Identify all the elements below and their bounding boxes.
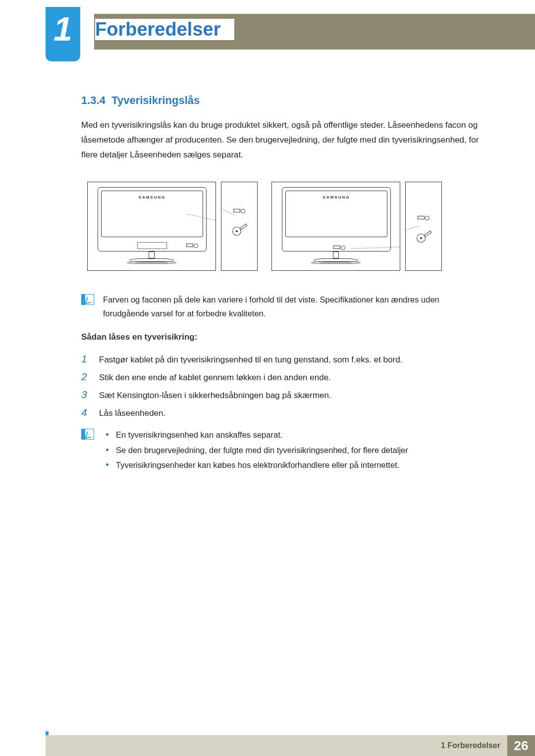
footer-accent bbox=[46, 731, 49, 735]
section-title: Tyverisikringslås bbox=[111, 94, 200, 106]
note-block-1: Farven og faconen på dele kan variere i … bbox=[81, 293, 485, 320]
step-item: 2Stik den ene ende af kablet gennem løkk… bbox=[81, 368, 485, 386]
step-number: 4 bbox=[81, 406, 91, 418]
step-item: 3Sæt Kensington-låsen i sikkerhedsåbning… bbox=[81, 386, 485, 403]
note-text-1: Farven og faconen på dele kan variere i … bbox=[103, 293, 485, 320]
note-block-2: En tyverisikringsenhed kan anskaffes sep… bbox=[81, 427, 485, 473]
step-number: 3 bbox=[81, 389, 91, 401]
chapter-title: Forberedelser bbox=[95, 19, 234, 40]
bullet-item: En tyverisikringsenhed kan anskaffes sep… bbox=[103, 427, 408, 443]
zoom-diagram-1 bbox=[221, 182, 258, 271]
figure-right: SAMSUNG bbox=[271, 182, 442, 271]
note-icon bbox=[81, 294, 94, 305]
monitor-brand: SAMSUNG bbox=[139, 195, 166, 200]
bullet-item: Tyverisikringsenheder kan købes hos elek… bbox=[103, 457, 408, 473]
zoom-diagram-2 bbox=[405, 182, 442, 271]
section-intro: Med en tyverisikringslås kan du bruge pr… bbox=[81, 118, 485, 162]
figure-left: SAMSUNG bbox=[87, 182, 258, 271]
page-footer: 1 Forberedelser 26 bbox=[0, 731, 535, 756]
footer-bar: 1 Forberedelser 26 bbox=[46, 735, 535, 756]
step-item: 4Lås låseenheden. bbox=[81, 403, 485, 421]
monitor-brand: SAMSUNG bbox=[323, 195, 350, 200]
step-list: 1Fastgør kablet på din tyverisikringsenh… bbox=[81, 350, 485, 421]
bullet-list: En tyverisikringsenhed kan anskaffes sep… bbox=[103, 427, 408, 473]
illustration-row: SAMSUNG SAMSUNG bbox=[81, 182, 485, 271]
step-number: 1 bbox=[81, 353, 91, 365]
section-heading: 1.3.4 Tyverisikringslås bbox=[81, 94, 485, 107]
page-number: 26 bbox=[507, 735, 535, 756]
step-text: Lås låseenheden. bbox=[99, 408, 165, 418]
chapter-number-tab: 1 bbox=[46, 7, 80, 61]
step-number: 2 bbox=[81, 371, 91, 383]
chapter-number: 1 bbox=[54, 12, 72, 46]
monitor-diagram-1: SAMSUNG bbox=[87, 182, 216, 271]
step-text: Sæt Kensington-låsen i sikkerhedsåbninge… bbox=[99, 391, 331, 401]
step-item: 1Fastgør kablet på din tyverisikringsenh… bbox=[81, 350, 485, 368]
step-text: Stik den ene ende af kablet gennem løkke… bbox=[99, 373, 331, 383]
section-number: 1.3.4 bbox=[81, 94, 106, 106]
monitor-diagram-2: SAMSUNG bbox=[271, 182, 400, 271]
footer-label: 1 Forberedelser bbox=[441, 741, 500, 750]
step-text: Fastgør kablet på din tyverisikringsenhe… bbox=[99, 355, 402, 365]
bullet-item: Se den brugervejledning, der fulgte med … bbox=[103, 443, 408, 458]
howto-heading: Sådan låses en tyverisikring: bbox=[81, 332, 485, 342]
note-icon bbox=[81, 429, 94, 440]
main-content: 1.3.4 Tyverisikringslås Med en tyverisik… bbox=[81, 94, 485, 485]
